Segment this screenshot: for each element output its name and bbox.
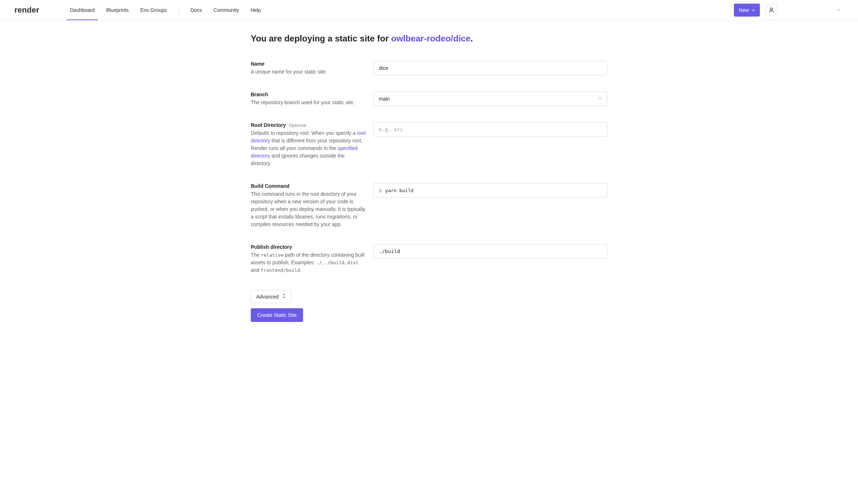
form-row-name: Name A unique name for your static site. — [251, 61, 607, 76]
avatar-button[interactable] — [766, 4, 777, 16]
new-button[interactable]: New + — [734, 4, 760, 17]
nav-docs[interactable]: Docs — [185, 0, 207, 20]
form-row-root-directory: Root Directory Optional Defaults to repo… — [251, 122, 607, 167]
form-row-build-command: Build Command This command runs in the r… — [251, 183, 607, 228]
plus-icon: + — [752, 8, 755, 13]
name-label: Name — [251, 61, 366, 67]
advanced-button[interactable]: Advanced — [251, 290, 291, 303]
chevron-down-icon — [836, 7, 841, 13]
topbar: render Dashboard Blueprints Env Groups D… — [0, 0, 858, 21]
create-static-site-button[interactable]: Create Static Site — [251, 308, 303, 322]
name-help: A unique name for your static site. — [251, 68, 366, 76]
main-container: You are deploying a static site for owlb… — [251, 21, 607, 344]
publish-directory-label: Publish directory — [251, 244, 366, 250]
nav-dashboard[interactable]: Dashboard — [65, 0, 100, 20]
user-icon — [768, 7, 775, 13]
root-directory-input[interactable] — [373, 122, 607, 137]
nav-links: Dashboard Blueprints Env Groups Docs Com… — [65, 0, 266, 20]
publish-directory-input[interactable] — [373, 244, 607, 258]
build-command-field[interactable]: $ — [373, 183, 607, 198]
nav-divider — [179, 6, 179, 14]
svg-point-0 — [770, 8, 772, 10]
name-input[interactable] — [373, 61, 607, 75]
build-command-label: Build Command — [251, 183, 366, 189]
form-row-publish-directory: Publish directory The relative path of t… — [251, 244, 607, 274]
branch-select[interactable]: main — [373, 92, 607, 106]
branch-label: Branch — [251, 92, 366, 97]
branch-help: The repository branch used for your stat… — [251, 99, 366, 106]
publish-directory-help: The relative path of the directory conta… — [251, 251, 366, 274]
build-command-help: This command runs in the root directory … — [251, 190, 366, 228]
nav-env-groups[interactable]: Env Groups — [135, 0, 172, 20]
root-directory-help: Defaults to repository root. When you sp… — [251, 129, 366, 167]
page-title: You are deploying a static site for owlb… — [251, 34, 607, 44]
form-row-branch: Branch The repository branch used for yo… — [251, 92, 607, 106]
optional-badge: Optional — [289, 123, 306, 128]
topbar-right: New + — [734, 4, 844, 17]
page-title-repo[interactable]: owlbear-rodeo/dice — [391, 34, 470, 43]
nav-blueprints[interactable]: Blueprints — [101, 0, 134, 20]
logo[interactable]: render — [14, 5, 54, 15]
dollar-prefix: $ — [379, 188, 382, 193]
expand-icon — [282, 293, 286, 300]
advanced-label: Advanced — [256, 294, 279, 300]
nav-help[interactable]: Help — [245, 0, 266, 20]
root-directory-label: Root Directory Optional — [251, 122, 366, 128]
page-title-suffix: . — [470, 34, 473, 43]
build-command-input[interactable] — [385, 188, 602, 193]
team-dropdown[interactable] — [783, 5, 844, 15]
new-button-label: New — [739, 7, 749, 13]
nav-community[interactable]: Community — [209, 0, 244, 20]
page-title-prefix: You are deploying a static site for — [251, 34, 391, 43]
